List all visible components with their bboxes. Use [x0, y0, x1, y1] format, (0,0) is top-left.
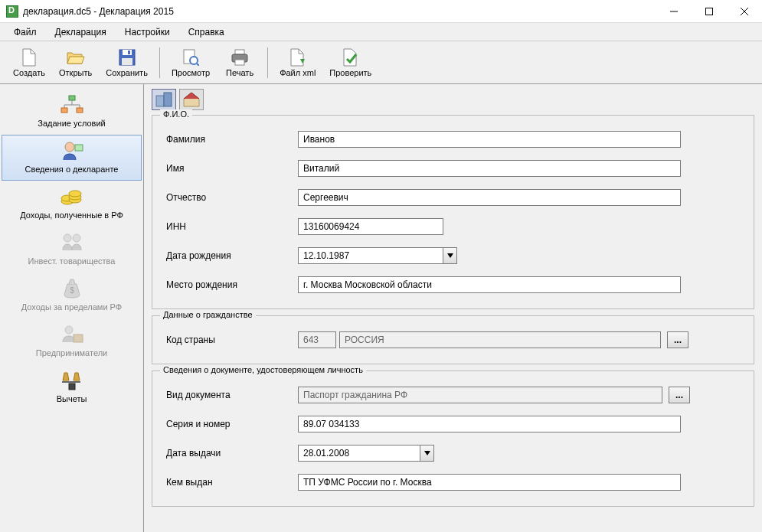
conditions-icon — [60, 93, 84, 117]
sidebar-item-declarant[interactable]: Сведения о декларанте — [2, 135, 142, 181]
doc-type-browse-button[interactable]: ... — [669, 387, 690, 403]
group-citizenship: Данные о гражданстве Код страны ... — [152, 315, 754, 364]
input-country-name — [339, 331, 661, 348]
input-country-code — [298, 331, 336, 348]
label-issued-by: Кем выдан — [160, 477, 298, 488]
preview-button[interactable]: Просмотр — [165, 44, 217, 82]
label-inn: ИНН — [160, 221, 298, 232]
svg-rect-6 — [128, 51, 130, 54]
svg-line-10 — [197, 64, 199, 66]
input-inn[interactable] — [298, 218, 443, 235]
svg-point-9 — [190, 57, 198, 64]
entrepreneur-icon — [60, 322, 84, 347]
print-icon — [231, 48, 249, 67]
label-series-number: Серия и номер — [160, 419, 298, 429]
invest-icon — [60, 230, 84, 255]
minimize-button[interactable] — [656, 0, 692, 23]
titlebar: декларация.dc5 - Декларация 2015 — [0, 0, 762, 23]
deductions-icon — [60, 368, 84, 393]
input-doc-type — [298, 387, 662, 403]
label-birth-date: Дата рождения — [160, 250, 298, 261]
group-fio: Ф.И.О. Фамилия Имя Отчество ИНН Дата рож… — [152, 115, 754, 309]
svg-rect-20 — [77, 108, 83, 113]
svg-rect-11 — [235, 50, 244, 54]
check-button[interactable]: Проверить — [322, 44, 378, 82]
input-name[interactable] — [298, 160, 681, 177]
toolbar-separator — [267, 47, 268, 78]
svg-rect-1 — [706, 8, 713, 15]
maximize-button[interactable] — [692, 0, 727, 23]
tab-building[interactable] — [152, 89, 176, 110]
open-button[interactable]: Открыть — [52, 44, 99, 82]
svg-rect-19 — [61, 108, 67, 113]
label-doc-type: Вид документа — [160, 390, 298, 400]
label-country-code: Код страны — [160, 335, 298, 345]
group-title-citizenship: Данные о гражданстве — [160, 310, 256, 319]
svg-rect-7 — [122, 58, 132, 65]
file-xml-button[interactable]: Файл xml — [273, 44, 322, 82]
input-series-number[interactable] — [298, 416, 681, 432]
preview-icon — [182, 48, 200, 67]
person-icon — [60, 139, 84, 163]
folder-open-icon — [67, 48, 85, 67]
svg-text:$: $ — [70, 286, 74, 295]
menu-help[interactable]: Справка — [181, 24, 232, 40]
input-issue-date[interactable] — [298, 445, 420, 462]
sidebar: Задание условий Сведения о декларанте До… — [0, 84, 144, 532]
sidebar-item-entrepreneurs: Предприниматели — [2, 318, 142, 364]
svg-rect-14 — [69, 96, 75, 100]
group-identity: Сведения о документе, удостоверяющем лич… — [152, 370, 754, 507]
country-browse-button[interactable]: ... — [667, 331, 688, 348]
coins-icon — [60, 184, 84, 209]
svg-rect-34 — [69, 383, 75, 390]
svg-rect-13 — [235, 60, 244, 65]
input-birth-place[interactable] — [298, 276, 681, 293]
sidebar-item-income-rf[interactable]: Доходы, полученные в РФ — [2, 181, 142, 227]
svg-point-28 — [64, 234, 71, 242]
svg-rect-5 — [123, 50, 132, 55]
svg-point-31 — [65, 326, 73, 334]
input-surname[interactable] — [298, 131, 681, 148]
input-issued-by[interactable] — [298, 474, 681, 491]
view-tabs — [152, 89, 754, 110]
label-birth-place: Место рождения — [160, 279, 298, 290]
sidebar-item-invest: Инвест. товарищества — [2, 227, 142, 273]
label-patronymic: Отчество — [160, 192, 298, 203]
toolbar: Создать Открыть Сохранить Просмотр Печат… — [0, 41, 762, 84]
money-bag-icon: $ — [60, 276, 84, 301]
print-button[interactable]: Печать — [217, 44, 263, 82]
save-button[interactable]: Сохранить — [99, 44, 155, 82]
sidebar-item-income-abroad: $ Доходы за пределами РФ — [2, 273, 142, 318]
svg-rect-32 — [74, 335, 83, 342]
menubar: Файл Декларация Настройки Справка — [0, 23, 762, 41]
save-icon — [118, 48, 136, 67]
svg-rect-35 — [156, 96, 164, 106]
content-area: Задание условий Сведения о декларанте До… — [0, 84, 762, 532]
svg-rect-22 — [75, 145, 83, 151]
input-patronymic[interactable] — [298, 189, 681, 206]
menu-settings[interactable]: Настройки — [117, 24, 178, 40]
main-panel: Ф.И.О. Фамилия Имя Отчество ИНН Дата рож… — [144, 84, 762, 532]
app-icon — [6, 5, 18, 18]
sidebar-item-deductions[interactable]: Вычеты — [2, 364, 142, 410]
input-birth-date[interactable] — [298, 247, 443, 264]
toolbar-separator — [159, 47, 160, 78]
xml-file-icon — [289, 48, 307, 67]
new-file-icon — [20, 48, 38, 67]
svg-point-27 — [69, 191, 81, 197]
issue-date-dropdown-button[interactable] — [420, 445, 434, 462]
menu-declaration[interactable]: Декларация — [47, 24, 114, 40]
sidebar-item-conditions[interactable]: Задание условий — [2, 89, 142, 135]
svg-point-29 — [73, 234, 80, 242]
birth-date-dropdown-button[interactable] — [443, 247, 457, 264]
window-controls — [656, 0, 762, 23]
create-button[interactable]: Создать — [6, 44, 52, 82]
check-icon — [342, 48, 360, 67]
tab-house[interactable] — [179, 89, 204, 110]
label-name: Имя — [160, 163, 298, 174]
menu-file[interactable]: Файл — [6, 24, 44, 40]
close-button[interactable] — [727, 0, 762, 23]
svg-point-21 — [65, 142, 74, 152]
label-issue-date: Дата выдачи — [160, 448, 298, 459]
group-title-fio: Ф.И.О. — [160, 109, 192, 119]
